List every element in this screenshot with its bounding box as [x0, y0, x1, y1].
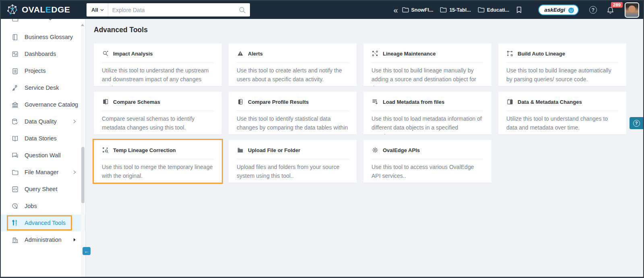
- notifications-bell[interactable]: 289: [607, 6, 614, 14]
- search-input[interactable]: [108, 7, 239, 13]
- tool-card-build-auto-lineage[interactable]: Build Auto Lineage Use this tool to buil…: [498, 43, 626, 86]
- chat-bubbles-icon: [11, 152, 19, 159]
- user-avatar[interactable]: [625, 2, 639, 18]
- folder-icon: [402, 7, 409, 13]
- sidebar-item-label: Governance Catalog: [25, 101, 78, 108]
- tool-card-data-metadata-changes[interactable]: Data & Metadata Changes Utilize this too…: [498, 92, 626, 134]
- folder-icon: [11, 19, 19, 23]
- ovaledge-logo-icon: [6, 4, 19, 16]
- tool-card-lineage-maintenance[interactable]: Lineage Maintenance Use this tool to bui…: [363, 43, 491, 86]
- sidebar-item-clipped: [1, 19, 85, 26]
- sidebar-item-label: Administration: [25, 237, 62, 243]
- help-icon[interactable]: ?: [589, 6, 597, 14]
- tool-card-title: Load Metadata from files: [383, 99, 444, 105]
- tool-card-upload-file-folder[interactable]: Upload File or Folder Upload files and f…: [229, 140, 357, 183]
- global-search-bar: All: [87, 3, 250, 16]
- dashboard-icon: [11, 50, 19, 58]
- calendar-changes-icon: [506, 98, 514, 105]
- tool-card-compare-schemas[interactable]: Compare Schemas Compare several schemas …: [94, 92, 222, 134]
- sidebar-item-file-manager[interactable]: File Manager: [1, 164, 85, 181]
- sidebar-item-jobs[interactable]: Jobs: [1, 198, 85, 214]
- sidebar-nav: Business Glossary Dashboards Projects Se…: [1, 19, 86, 277]
- ovaledge-logo-text: OVALEDGE: [22, 5, 70, 14]
- ask-edgi-button[interactable]: askEdgi: [538, 4, 579, 15]
- sidebar-item-governance-catalog[interactable]: Governance Catalog: [1, 96, 85, 113]
- sidebar-item-data-stories[interactable]: Data Stories: [1, 130, 85, 147]
- recent-item-15-tables[interactable]: 15-Tabl...: [440, 7, 471, 13]
- code-sheet-icon: [11, 185, 19, 193]
- sidebar-scrollbar-up-arrow[interactable]: [81, 24, 84, 26]
- folder-icon: [440, 7, 447, 13]
- chevron-right-icon: [73, 102, 76, 107]
- sidebar-item-label: Business Glossary: [25, 34, 73, 40]
- sidebar-item-label: File Manager: [25, 169, 59, 175]
- search-icon[interactable]: [239, 6, 246, 14]
- sidebar-item-label: Query Sheet: [25, 186, 57, 192]
- sidebar-item-label: Data Stories: [25, 135, 57, 142]
- collapse-sidebar-button[interactable]: ←: [83, 247, 91, 255]
- folder-icon: [11, 169, 19, 176]
- tool-card-compare-profile-results[interactable]: Compare Profile Results Use this tool to…: [229, 92, 357, 134]
- sidebar-item-question-wall[interactable]: Question Wall: [1, 147, 85, 164]
- sidebar-item-advanced-tools[interactable]: Advanced Tools: [1, 214, 85, 231]
- divider: [237, 111, 349, 111]
- upload-folder-icon: [237, 146, 244, 154]
- tool-card-description: Utilize this tool to understand changes …: [506, 114, 618, 132]
- recent-item-education[interactable]: Educati...: [478, 7, 510, 13]
- header-right-cluster: « SnowFl... 15-Tabl... Educati... askEdg…: [393, 1, 639, 19]
- sidebar-item-data-quality[interactable]: Data Quality: [1, 113, 85, 130]
- tool-card-load-metadata[interactable]: Load Metadata from files Use this tool t…: [363, 92, 491, 134]
- divider: [506, 111, 618, 111]
- divider: [102, 159, 214, 159]
- building-icon: [11, 236, 19, 244]
- bank-icon: [11, 101, 19, 109]
- left-arrow-icon: ←: [84, 248, 89, 254]
- tool-card-description: Utilize this tool to understand the upst…: [102, 66, 214, 86]
- ovaledge-logo[interactable]: OVALEDGE: [6, 4, 70, 16]
- divider: [372, 111, 483, 111]
- search-scope-dropdown[interactable]: All: [87, 3, 108, 16]
- clock-icon: [11, 202, 19, 210]
- tool-card-description: Use this tool to build lineage automatic…: [506, 66, 618, 84]
- tool-card-temp-lineage-correction[interactable]: Temp Lineage Correction Use this tool to…: [94, 140, 222, 183]
- chevron-right-icon: [73, 119, 76, 124]
- tool-card-description: Use this tool to build lineage manually …: [372, 66, 483, 86]
- sidebar-item-administration[interactable]: Administration: [1, 231, 85, 248]
- sidebar-items: Business Glossary Dashboards Projects Se…: [1, 29, 85, 248]
- top-header: OVALEDGE All « SnowFl... 15-Tabl... Educ: [1, 1, 643, 19]
- notification-count-badge: 289: [611, 2, 623, 8]
- sidebar-item-label: Data Quality: [25, 118, 57, 125]
- sidebar-item-projects[interactable]: Projects: [1, 62, 85, 79]
- chevron-down-icon: [48, 19, 52, 21]
- book-icon: [11, 33, 19, 41]
- bookmark-icon[interactable]: [516, 6, 522, 13]
- auto-lineage-nodes-icon: [506, 50, 514, 57]
- tool-card-title: Alerts: [248, 51, 263, 57]
- tool-card-title: Impact Analysis: [113, 51, 153, 57]
- recent-item-snowflake[interactable]: SnowFl...: [402, 7, 433, 13]
- tool-card-title: Temp Lineage Correction: [113, 147, 176, 153]
- database-check-icon: [11, 118, 19, 126]
- sidebar-item-business-glossary[interactable]: Business Glossary: [1, 29, 85, 45]
- sidebar-item-label: Advanced Tools: [25, 220, 66, 226]
- collapse-recent-icon[interactable]: «: [393, 6, 398, 14]
- hand-pen-icon: [11, 84, 19, 92]
- sidebar-item-query-sheet[interactable]: Query Sheet: [1, 181, 85, 198]
- ask-edgi-robot-icon: [567, 6, 575, 14]
- tool-card-ovaledge-apis[interactable]: OvalEdge APIs Use this tool to access va…: [363, 140, 491, 183]
- tool-card-impact-analysis[interactable]: Impact Analysis Utilize this tool to und…: [94, 43, 222, 86]
- tool-card-title: Data & Metadata Changes: [518, 99, 582, 105]
- divider: [237, 62, 349, 63]
- chevron-right-icon: [73, 170, 76, 175]
- tool-card-description: Compare several schemas to identify meta…: [102, 114, 214, 132]
- divider: [102, 62, 214, 63]
- sidebar-item-label: Projects: [25, 68, 45, 74]
- sidebar-item-dashboards[interactable]: Dashboards: [1, 45, 85, 62]
- sidebar-item-service-desk[interactable]: Service Desk: [1, 79, 85, 96]
- tool-card-title: Build Auto Lineage: [518, 51, 565, 57]
- sidebar-scrollbar-thumb[interactable]: [81, 147, 85, 203]
- tool-card-alerts[interactable]: Alerts Use this tool to create alerts an…: [229, 43, 357, 86]
- help-side-tab[interactable]: ?: [630, 117, 643, 129]
- tool-card-title: Lineage Maintenance: [383, 51, 436, 57]
- folder-icon: [478, 7, 485, 13]
